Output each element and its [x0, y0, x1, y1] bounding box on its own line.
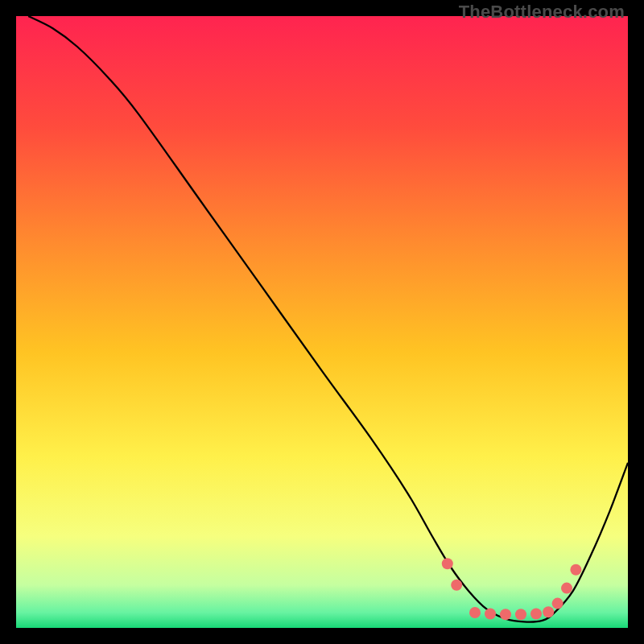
marker-dot [500, 609, 511, 620]
marker-dot [451, 580, 462, 591]
gradient-rect [16, 16, 628, 628]
marker-dot [561, 583, 572, 594]
marker-dot [543, 606, 554, 617]
marker-dot [552, 598, 564, 609]
marker-dot [469, 607, 481, 618]
marker-dot [570, 564, 581, 576]
marker-dot [530, 609, 542, 620]
marker-dot [485, 609, 496, 620]
chart-svg [16, 16, 628, 628]
marker-dot [442, 558, 453, 569]
chart-frame [16, 16, 628, 628]
watermark-text: TheBottleneck.com [459, 2, 625, 23]
marker-dot [515, 609, 526, 620]
